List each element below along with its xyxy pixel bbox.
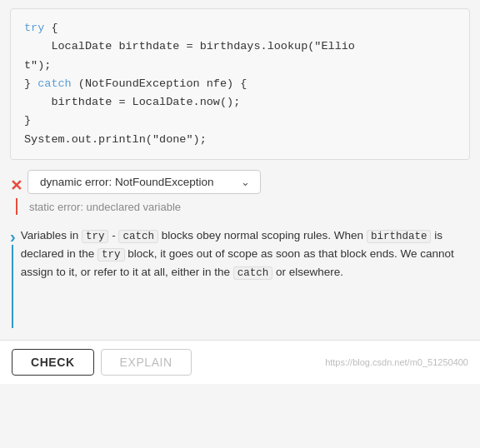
dropdown-row: dynamic error: NotFoundException ⌄ <box>28 170 470 194</box>
code-line-1: try { <box>24 19 456 37</box>
code-line-6: } <box>24 112 456 130</box>
code-line-4: } catch (NotFoundException nfe) { <box>24 75 456 93</box>
button-area: CHECK EXPLAIN https://blog.csdn.net/m0_5… <box>0 340 480 384</box>
keyword-try: try <box>24 22 44 34</box>
chevron-right-icon: › <box>10 228 16 245</box>
check-button[interactable]: CHECK <box>12 349 94 376</box>
code-line-5: birthdate = LocalDate.now(); <box>24 93 456 112</box>
code-inline-catch1: catch <box>118 230 158 243</box>
watermark: https://blog.csdn.net/m0_51250400 <box>325 357 468 367</box>
code-line-2: LocalDate birthdate = birthdays.lookup("… <box>24 37 456 56</box>
chevron-down-icon: ⌄ <box>241 176 250 188</box>
red-line <box>16 198 18 215</box>
code-inline-catch2: catch <box>233 266 273 280</box>
error-dropdown[interactable]: dynamic error: NotFoundException ⌄ <box>28 170 261 194</box>
info-text: Variables in try - catch blocks obey nor… <box>21 226 470 281</box>
code-panel: try { LocalDate birthdate = birthdays.lo… <box>10 8 470 160</box>
info-section: › Variables in try - catch blocks obey n… <box>10 226 470 328</box>
code-line-3: t"); <box>24 57 456 75</box>
error-icon-col: ✕ <box>10 170 28 215</box>
code-line-7: System.out.println("done"); <box>24 131 456 149</box>
code-inline-birthdate: birthdate <box>367 230 432 243</box>
code-inline-try2: try <box>98 248 125 261</box>
btn-row: CHECK EXPLAIN <box>12 349 192 376</box>
error-dropdown-label: dynamic error: NotFoundException <box>40 176 214 188</box>
code-inline-try: try <box>82 230 109 243</box>
static-error-label: static error: undeclared variable <box>28 201 470 213</box>
explain-button: EXPLAIN <box>101 349 192 376</box>
error-content: dynamic error: NotFoundException ⌄ stati… <box>28 170 470 213</box>
x-icon: ✕ <box>10 178 22 193</box>
error-section: ✕ dynamic error: NotFoundException ⌄ sta… <box>10 170 470 215</box>
blue-line <box>12 245 13 328</box>
info-icon-col: › <box>10 226 21 328</box>
